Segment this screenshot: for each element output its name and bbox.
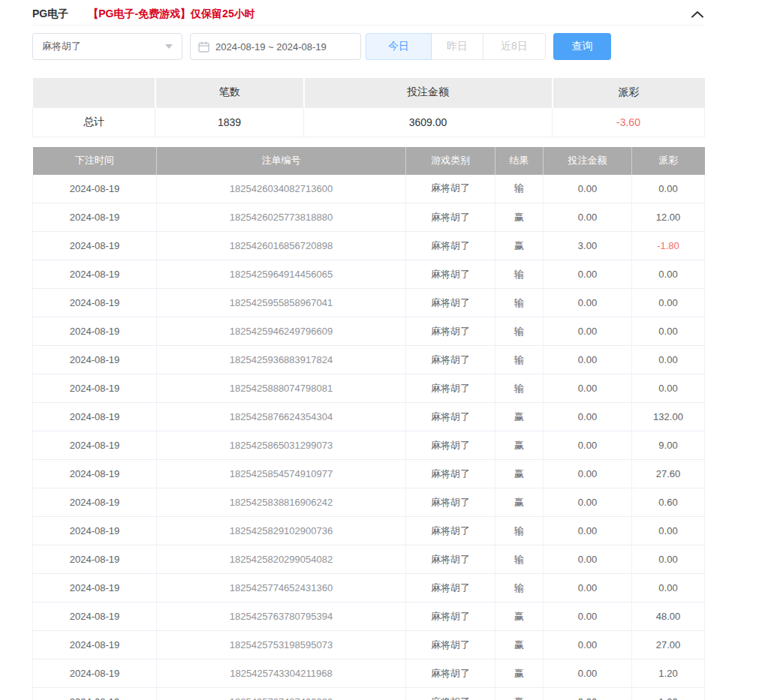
col-header-result: 结果: [495, 147, 544, 175]
records-table: 下注时间 注单编号 游戏类别 结果 投注金额 派彩 2024-08-19 182…: [32, 147, 705, 700]
query-button[interactable]: 查询: [553, 33, 611, 60]
table-row: 2024-08-19 1825426016856720898 麻将胡了 赢 3.…: [33, 232, 705, 260]
cell-payout: -1.80: [632, 232, 705, 260]
cell-result: 赢: [495, 659, 544, 688]
cell-date: 2024-08-19: [33, 517, 157, 545]
cell-amount: 0.00: [544, 346, 632, 374]
retention-notice: 【PG电子-免费游戏】仅保留25小时: [88, 8, 254, 21]
summary-header-row: 笔数 投注金额 派彩: [33, 78, 705, 107]
cell-game: 麻将胡了: [406, 517, 495, 545]
cell-payout: 0.00: [632, 346, 705, 374]
caret-down-icon: [165, 44, 173, 49]
cell-payout: 0.00: [632, 517, 705, 545]
cell-result: 输: [495, 574, 544, 602]
cell-amount: 0.00: [544, 431, 632, 460]
cell-result: 输: [495, 317, 544, 346]
summary-total-label: 总计: [33, 107, 155, 137]
cell-bet-no: 1825425854574910977: [157, 460, 406, 488]
cell-game: 麻将胡了: [406, 631, 495, 659]
cell-bet-no: 1825425888074798081: [157, 374, 406, 403]
cell-date: 2024-08-19: [33, 431, 157, 460]
cell-payout: 0.00: [632, 545, 705, 574]
table-row: 2024-08-19 1825425888074798081 麻将胡了 输 0.…: [33, 374, 705, 403]
cell-date: 2024-08-19: [33, 232, 157, 260]
summary-total-row: 总计 1839 3609.00 -3.60: [33, 107, 705, 137]
cell-game: 麻将胡了: [406, 289, 495, 317]
cell-amount: 0.00: [544, 659, 632, 688]
cell-result: 赢: [495, 602, 544, 631]
cell-date: 2024-08-19: [33, 289, 157, 317]
cell-game: 麻将胡了: [406, 203, 495, 232]
cell-payout: 1.20: [632, 659, 705, 688]
betting-records-panel: PG电子 【PG电子-免费游戏】仅保留25小时 麻将胡了 2024-08-19 …: [32, 0, 704, 700]
cell-date: 2024-08-19: [33, 203, 157, 232]
cell-payout: 0.60: [632, 488, 705, 517]
cell-bet-no: 1825425753198595073: [157, 631, 406, 659]
cell-amount: 0.00: [544, 545, 632, 574]
cell-game: 麻将胡了: [406, 346, 495, 374]
cell-date: 2024-08-19: [33, 488, 157, 517]
cell-result: 输: [495, 260, 544, 289]
cell-bet-no: 1825426034082713600: [157, 175, 406, 203]
cell-result: 输: [495, 545, 544, 574]
cell-bet-no: 1825425763780795394: [157, 602, 406, 631]
cell-payout: 132.00: [632, 403, 705, 431]
cell-bet-no: 1825425743304211968: [157, 659, 406, 688]
cell-amount: 0.00: [544, 203, 632, 232]
cell-result: 输: [495, 175, 544, 203]
records-table-body: 2024-08-19 1825426034082713600 麻将胡了 输 0.…: [33, 175, 705, 700]
cell-game: 麻将胡了: [406, 460, 495, 488]
cell-bet-no: 1825426016856720898: [157, 232, 406, 260]
filter-bar: 麻将胡了 2024-08-19 ~ 2024-08-19 今日 昨日 近8日 查…: [32, 33, 704, 60]
collapse-button[interactable]: [691, 11, 704, 18]
cell-game: 麻将胡了: [406, 317, 495, 346]
cell-amount: 0.00: [544, 317, 632, 346]
cell-result: 赢: [495, 203, 544, 232]
table-row: 2024-08-19 1825425829102900736 麻将胡了 输 0.…: [33, 517, 705, 545]
table-row: 2024-08-19 1825425737487400322 麻将胡了 赢 0.…: [33, 688, 705, 700]
table-row: 2024-08-19 1825425955858967041 麻将胡了 输 0.…: [33, 289, 705, 317]
cell-game: 麻将胡了: [406, 431, 495, 460]
cell-game: 麻将胡了: [406, 574, 495, 602]
cell-amount: 0.00: [544, 488, 632, 517]
cell-date: 2024-08-19: [33, 403, 157, 431]
cell-amount: 3.00: [544, 232, 632, 260]
table-row: 2024-08-19 1825425838816906242 麻将胡了 赢 0.…: [33, 488, 705, 517]
game-type-select-value: 麻将胡了: [42, 40, 165, 53]
cell-result: 输: [495, 289, 544, 317]
date-range-value: 2024-08-19 ~ 2024-08-19: [215, 41, 327, 53]
col-header-bet-number: 注单编号: [157, 147, 406, 175]
cell-bet-no: 1825426025773818880: [157, 203, 406, 232]
col-header-bet-amount: 投注金额: [544, 147, 632, 175]
date-range-input[interactable]: 2024-08-19 ~ 2024-08-19: [190, 33, 361, 60]
cell-amount: 0.00: [544, 574, 632, 602]
cell-amount: 0.00: [544, 631, 632, 659]
cell-payout: 0.00: [632, 574, 705, 602]
last-8-days-button[interactable]: 近8日: [483, 33, 546, 60]
today-button[interactable]: 今日: [366, 33, 432, 60]
col-header-bet-time: 下注时间: [33, 147, 157, 175]
cell-game: 麻将胡了: [406, 403, 495, 431]
cell-bet-no: 1825425829102900736: [157, 517, 406, 545]
cell-payout: 0.00: [632, 317, 705, 346]
table-row: 2024-08-19 1825426025773818880 麻将胡了 赢 0.…: [33, 203, 705, 232]
cell-game: 麻将胡了: [406, 374, 495, 403]
cell-payout: 0.00: [632, 175, 705, 203]
table-row: 2024-08-19 1825425964914456065 麻将胡了 输 0.…: [33, 260, 705, 289]
cell-amount: 0.00: [544, 688, 632, 700]
table-row: 2024-08-19 1825425820299054082 麻将胡了 输 0.…: [33, 545, 705, 574]
cell-date: 2024-08-19: [33, 631, 157, 659]
cell-game: 麻将胡了: [406, 659, 495, 688]
cell-amount: 0.00: [544, 374, 632, 403]
cell-result: 赢: [495, 460, 544, 488]
cell-bet-no: 1825425876624354304: [157, 403, 406, 431]
cell-date: 2024-08-19: [33, 688, 157, 700]
table-row: 2024-08-19 1825425876624354304 麻将胡了 赢 0.…: [33, 403, 705, 431]
panel-header: PG电子 【PG电子-免费游戏】仅保留25小时: [32, 0, 704, 26]
game-type-select[interactable]: 麻将胡了: [32, 33, 182, 60]
panel-title: PG电子: [32, 8, 68, 21]
cell-payout: 0.00: [632, 289, 705, 317]
summary-table: 笔数 投注金额 派彩 总计 1839 3609.00 -3.60: [32, 78, 705, 137]
cell-date: 2024-08-19: [33, 574, 157, 602]
yesterday-button[interactable]: 昨日: [431, 33, 483, 60]
